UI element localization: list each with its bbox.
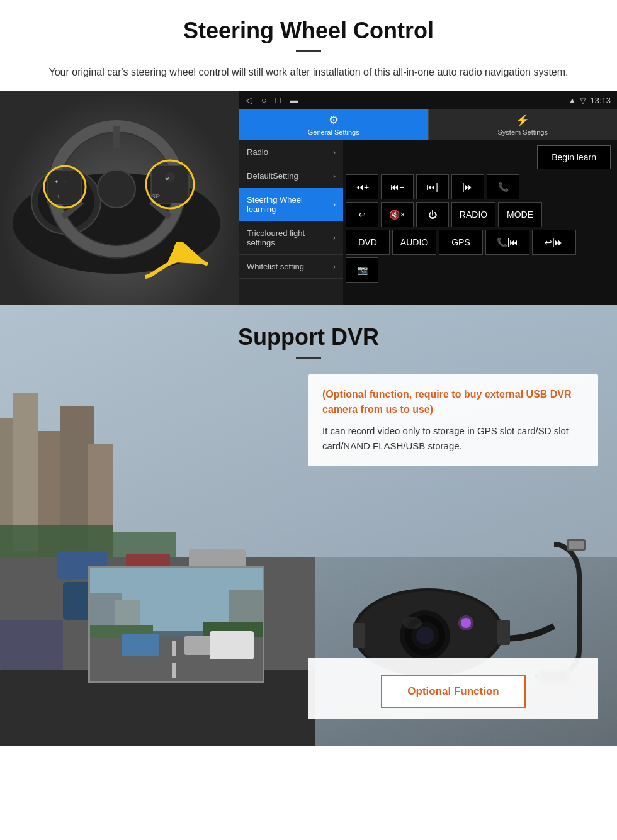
menu-icon[interactable]: ▬: [290, 95, 298, 105]
steering-wheel-section: Steering Wheel Control Your original car…: [0, 0, 617, 305]
svg-point-52: [403, 617, 422, 629]
android-menu: Radio › DefaultSetting › Steering Wheel …: [239, 140, 343, 305]
optional-function-button[interactable]: Optional Function: [381, 675, 525, 708]
system-icon: ⚡: [516, 113, 529, 127]
menu-item-tricolour[interactable]: Tricoloured light settings ›: [239, 221, 343, 255]
back-button[interactable]: ↩: [346, 202, 378, 227]
menu-item-default[interactable]: DefaultSetting ›: [239, 164, 343, 188]
power-button[interactable]: ⏻: [416, 202, 449, 227]
menu-whitelist-label: Whitelist setting: [247, 262, 304, 271]
tab-system-settings[interactable]: ⚡ System Settings: [428, 109, 618, 140]
dvd-button[interactable]: DVD: [346, 230, 390, 255]
vol-up-button[interactable]: ⏮+: [346, 174, 378, 199]
dvr-section: Support DVR (Optional function, require …: [0, 305, 617, 746]
menu-arrow-icon: ›: [333, 148, 336, 157]
menu-radio-label: Radio: [247, 147, 268, 157]
mute-button[interactable]: 🔇×: [381, 202, 414, 227]
title-divider: [296, 50, 321, 52]
android-topbar: ◁ ○ □ ▬ ▲ ▽ 13:13: [239, 91, 617, 109]
menu-tricolour-label: Tricoloured light settings: [247, 228, 333, 247]
control-row-3: DVD AUDIO GPS 📞|⏮ ↩|⏭: [346, 230, 614, 255]
prev-button[interactable]: ⏮|: [416, 174, 449, 199]
home-icon[interactable]: ○: [261, 95, 266, 105]
radio-button[interactable]: RADIO: [451, 202, 495, 227]
svg-point-47: [416, 627, 434, 644]
dvr-thumb-inner: [90, 568, 263, 681]
vol-down-button[interactable]: ⏮−: [381, 174, 414, 199]
menu-arrow-icon: ›: [333, 200, 336, 209]
menu-arrow-icon: ›: [333, 262, 336, 271]
steering-wheel-photo: + − ↑ ⊕ ◁ ▷: [0, 91, 239, 305]
menu-arrow-icon: ›: [333, 172, 336, 181]
nav-icons: ◁ ○ □ ▬: [246, 95, 298, 105]
dvr-description: It can record video only to storage in G…: [322, 423, 584, 454]
svg-point-8: [98, 170, 135, 208]
dvr-header: Support DVR: [0, 305, 617, 365]
dvr-optional-text: (Optional function, require to buy exter…: [322, 387, 584, 417]
menu-arrow-icon: ›: [333, 233, 336, 242]
android-control-buttons: Begin learn ⏮+ ⏮− ⏮| |⏭ 📞 ↩ 🔇× ⏻: [343, 140, 617, 305]
svg-text:+: +: [55, 179, 58, 185]
tab-general-settings[interactable]: ⚙ General Settings: [239, 109, 428, 140]
swc-header: Steering Wheel Control: [0, 0, 617, 65]
audio-button[interactable]: AUDIO: [392, 230, 436, 255]
camera-button[interactable]: 📷: [346, 257, 378, 283]
menu-steering-label: Steering Wheel learning: [247, 195, 333, 214]
svg-point-49: [458, 615, 473, 630]
begin-learn-area: Begin learn: [346, 143, 614, 172]
dvr-info-box: (Optional function, require to buy exter…: [308, 374, 598, 466]
swc-title: Steering Wheel Control: [38, 18, 579, 44]
back-next-button[interactable]: ↩|⏭: [532, 230, 576, 255]
svg-text:↑: ↑: [57, 194, 59, 199]
phone-button[interactable]: 📞: [487, 174, 519, 199]
dvr-title-divider: [296, 357, 321, 359]
arrow-svg: [139, 242, 214, 286]
dvr-thumbnail: [88, 566, 264, 683]
back-icon[interactable]: ◁: [246, 95, 252, 105]
svg-rect-61: [172, 663, 176, 678]
control-row-4: 📷: [346, 257, 614, 283]
svg-rect-64: [210, 631, 254, 659]
svg-text:◁  ▷: ◁ ▷: [151, 193, 161, 198]
svg-text:−: −: [63, 179, 66, 185]
next-button[interactable]: |⏭: [451, 174, 484, 199]
phone-prev-button[interactable]: 📞|⏮: [485, 230, 529, 255]
control-row-2: ↩ 🔇× ⏻ RADIO MODE: [346, 202, 614, 227]
begin-learn-button[interactable]: Begin learn: [537, 145, 611, 169]
recent-icon[interactable]: □: [275, 95, 280, 105]
wifi-icon: ▽: [580, 96, 586, 105]
optional-function-wrapper: Optional Function: [308, 658, 598, 719]
svg-rect-62: [122, 634, 159, 656]
control-row-1: ⏮+ ⏮− ⏮| |⏭ 📞: [346, 174, 614, 199]
swc-ui-container: + − ↑ ⊕ ◁ ▷: [0, 91, 617, 305]
android-tabs: ⚙ General Settings ⚡ System Settings: [239, 109, 617, 140]
gps-button[interactable]: GPS: [439, 230, 483, 255]
signal-icon: ▲: [569, 96, 577, 105]
dvr-title: Support DVR: [0, 324, 617, 350]
android-status: ▲ ▽ 13:13: [569, 96, 611, 105]
dvr-thumb-scene: [90, 568, 264, 683]
android-content: Radio › DefaultSetting › Steering Wheel …: [239, 140, 617, 305]
settings-icon: ⚙: [329, 113, 339, 127]
svg-rect-27: [113, 532, 176, 557]
svg-rect-51: [497, 620, 510, 645]
time-display: 13:13: [590, 96, 611, 105]
svg-rect-50: [353, 623, 365, 648]
svg-rect-60: [172, 641, 176, 656]
svg-rect-41: [569, 541, 584, 549]
swc-subtitle: Your original car's steering wheel contr…: [0, 65, 617, 91]
menu-item-whitelist[interactable]: Whitelist setting ›: [239, 255, 343, 279]
android-ui-panel: ◁ ○ □ ▬ ▲ ▽ 13:13 ⚙ General Settings: [239, 91, 617, 305]
menu-item-steering[interactable]: Steering Wheel learning ›: [239, 188, 343, 221]
svg-rect-37: [0, 620, 63, 670]
menu-item-radio[interactable]: Radio ›: [239, 140, 343, 164]
svg-text:⊕: ⊕: [165, 176, 169, 181]
menu-default-label: DefaultSetting: [247, 171, 298, 181]
svg-rect-9: [47, 170, 82, 204]
mode-button[interactable]: MODE: [498, 202, 542, 227]
